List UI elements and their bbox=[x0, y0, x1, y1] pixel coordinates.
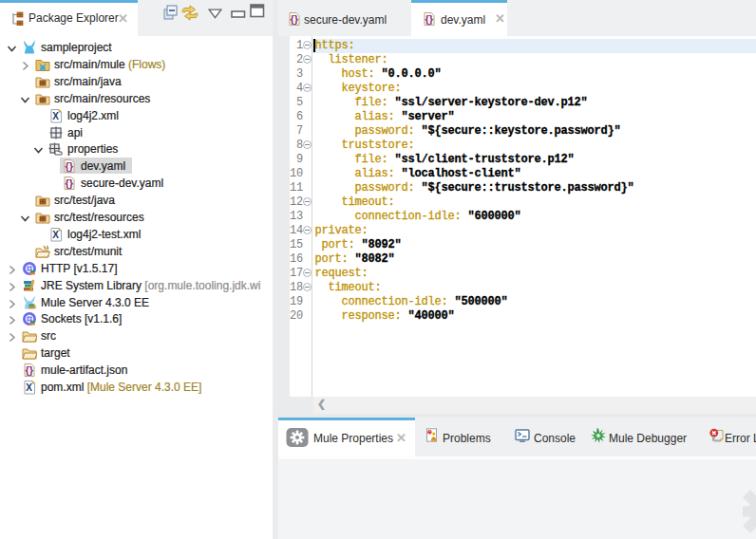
svg-text:{}: {} bbox=[65, 161, 73, 173]
svg-text:{}: {} bbox=[25, 364, 33, 376]
svg-text:{}: {} bbox=[65, 178, 73, 190]
svg-text:X: X bbox=[26, 382, 32, 393]
svg-text:{}: {} bbox=[425, 13, 433, 25]
svg-text:{}: {} bbox=[290, 13, 298, 25]
svg-text:X: X bbox=[52, 111, 59, 121]
svg-text:X: X bbox=[52, 230, 59, 240]
